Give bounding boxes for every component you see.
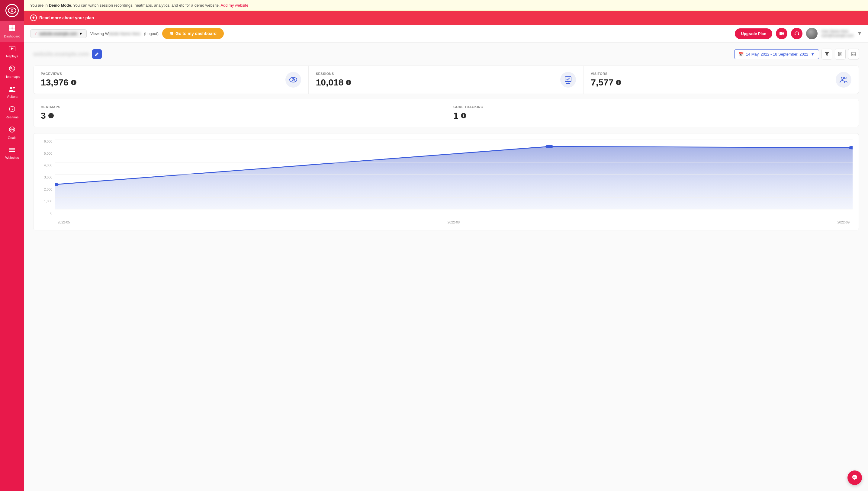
site-title: website.example.com (33, 49, 102, 59)
headset-icon-button[interactable] (791, 28, 803, 39)
content-area: website.example.com 📅 14 May, 2022 - 18 … (24, 42, 868, 491)
svg-point-9 (9, 66, 15, 71)
website-selector[interactable]: ✓ website.example.com ▼ (30, 29, 87, 38)
demo-banner-text: You are in Demo Mode. You can watch sess… (30, 3, 248, 7)
user-info: User Name Here user@example.com (821, 29, 853, 38)
replays-icon (9, 45, 16, 53)
svg-point-2 (11, 10, 13, 11)
sidebar-logo (0, 0, 24, 21)
video-icon-button[interactable] (776, 28, 787, 39)
sidebar-item-websites-label: Websites (5, 156, 19, 160)
dropdown-arrow: ▼ (79, 31, 83, 36)
sidebar-item-replays-label: Replays (6, 54, 18, 58)
date-dropdown-arrow: ▼ (811, 52, 814, 56)
sidebar-item-dashboard[interactable]: Dashboard (0, 21, 24, 42)
svg-point-46 (545, 145, 553, 148)
svg-marker-29 (825, 52, 829, 56)
plan-banner[interactable]: + Read more about your plan (24, 11, 868, 25)
avatar (806, 28, 817, 39)
heatmaps-icon (9, 65, 16, 74)
svg-rect-21 (9, 148, 15, 149)
sidebar-item-websites[interactable]: Websites (0, 143, 24, 163)
user-email: user@example.com (821, 33, 853, 38)
user-dropdown-arrow[interactable]: ▼ (857, 31, 862, 36)
sidebar-item-heatmaps-label: Heatmaps (4, 75, 20, 79)
sidebar-item-realtime[interactable]: Realtime (0, 102, 24, 123)
svg-rect-27 (798, 33, 799, 35)
svg-point-56 (855, 477, 855, 478)
svg-marker-8 (11, 48, 13, 50)
add-website-link[interactable]: Add my website (221, 3, 248, 7)
upgrade-plan-button[interactable]: Upgrade Plan (735, 28, 772, 39)
stats-row-1: PAGEVIEWS 13,976 i SESSIONS (33, 65, 859, 94)
svg-point-10 (10, 67, 12, 69)
heatmaps-info-icon[interactable]: i (48, 113, 54, 118)
websites-icon (9, 147, 16, 154)
chart-svg (55, 140, 852, 215)
logout-link[interactable]: (Logout) (144, 31, 158, 36)
site-title-text: website.example.com (33, 51, 89, 57)
goal-tracking-info-icon[interactable]: i (461, 113, 466, 118)
demo-banner: You are in Demo Mode. You can watch sess… (24, 0, 868, 11)
website-name: website.example.com (39, 31, 77, 36)
grid-icon: ⊞ (169, 31, 173, 36)
svg-rect-22 (9, 149, 15, 150)
stat-card-heatmaps: HEATMAPS 3 i (33, 99, 446, 127)
sessions-data: SESSIONS 10,018 i (316, 72, 351, 88)
stat-card-visitors: VISITORS 7,577 i (583, 66, 859, 94)
sidebar-item-dashboard-label: Dashboard (4, 34, 20, 38)
realtime-icon (9, 106, 16, 114)
sidebar-item-replays[interactable]: Replays (0, 42, 24, 62)
sidebar-item-visitors-label: Visitors (7, 95, 18, 98)
sidebar-item-goals-label: Goals (8, 136, 17, 140)
svg-rect-4 (12, 25, 15, 28)
header-bar: ✓ website.example.com ▼ Viewing Website … (24, 25, 868, 42)
pageviews-icon (285, 72, 301, 88)
date-controls: 📅 14 May, 2022 - 18 September, 2022 ▼ (734, 49, 859, 59)
chart-container: 6,000 5,000 4,000 3,000 2,000 1,000 0 (33, 133, 859, 230)
svg-point-42 (841, 77, 843, 80)
sidebar-item-goals[interactable]: Goals (0, 123, 24, 143)
svg-marker-25 (783, 32, 784, 35)
svg-point-38 (293, 80, 294, 80)
visitors-icon (9, 86, 16, 94)
stat-card-sessions: SESSIONS 10,018 i (309, 66, 584, 94)
go-dashboard-button[interactable]: ⊞ Go to my dashboard (162, 28, 224, 39)
visitors-icon (836, 72, 851, 88)
pageviews-data: PAGEVIEWS 13,976 i (41, 72, 77, 88)
svg-point-43 (844, 77, 846, 79)
chart-y-labels: 6,000 5,000 4,000 3,000 2,000 1,000 0 (39, 140, 55, 215)
chart-area: 6,000 5,000 4,000 3,000 2,000 1,000 0 (39, 140, 852, 224)
svg-point-13 (13, 87, 15, 88)
svg-rect-26 (794, 33, 795, 35)
pageviews-info-icon[interactable]: i (71, 80, 77, 85)
chat-bubble-button[interactable] (847, 470, 862, 485)
svg-rect-23 (9, 151, 15, 152)
sidebar-item-realtime-label: Realtime (5, 115, 19, 119)
sidebar-item-visitors[interactable]: Visitors (0, 82, 24, 102)
svg-point-17 (12, 109, 13, 110)
chart-x-labels: 2022-05 2022-08 2022-09 (55, 221, 852, 224)
svg-rect-24 (780, 32, 783, 35)
stat-card-goal-tracking: GOAL TRACKING 1 i (446, 99, 859, 127)
sidebar-item-heatmaps[interactable]: Heatmaps (0, 62, 24, 82)
date-range-picker[interactable]: 📅 14 May, 2022 - 18 September, 2022 ▼ (734, 49, 819, 59)
sidebar: Dashboard Replays Heatmaps (0, 0, 24, 491)
edit-website-button[interactable] (92, 49, 102, 59)
export-csv-button[interactable] (835, 49, 846, 59)
main-content: You are in Demo Mode. You can watch sess… (24, 0, 868, 491)
svg-point-12 (10, 87, 12, 89)
stat-card-pageviews: PAGEVIEWS 13,976 i (33, 66, 309, 94)
stats-row-2: HEATMAPS 3 i GOAL TRACKING 1 i (33, 99, 859, 127)
svg-marker-44 (55, 146, 852, 209)
sessions-info-icon[interactable]: i (346, 80, 351, 85)
visitors-info-icon[interactable]: i (616, 80, 621, 85)
svg-rect-3 (9, 25, 12, 28)
svg-rect-5 (9, 28, 12, 31)
plan-banner-text: Read more about your plan (39, 16, 94, 20)
check-icon: ✓ (34, 31, 37, 36)
filter-button[interactable] (821, 49, 832, 59)
calendar-icon: 📅 (739, 52, 744, 56)
export-pdf-button[interactable]: PDF (848, 49, 859, 59)
visitors-data: VISITORS 7,577 i (591, 72, 621, 88)
